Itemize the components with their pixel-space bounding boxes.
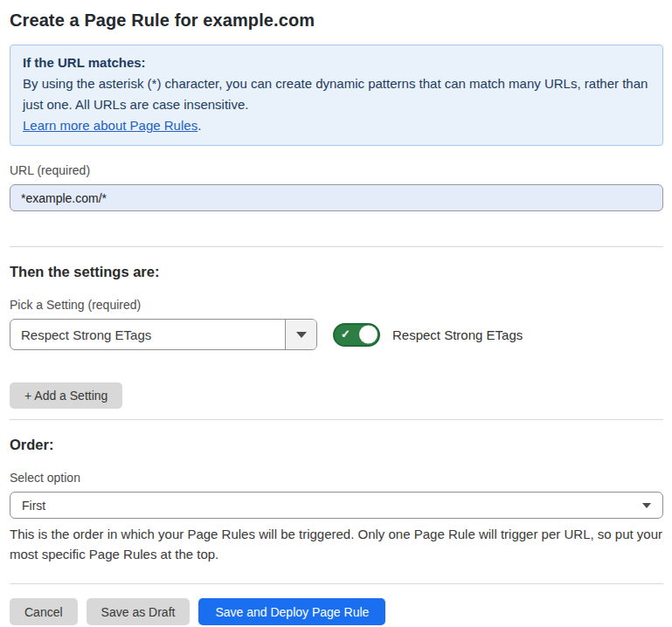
pick-setting-label: Pick a Setting (required): [10, 298, 663, 312]
save-deploy-button[interactable]: Save and Deploy Page Rule: [198, 598, 385, 625]
order-section-heading: Order:: [10, 437, 663, 453]
divider: [10, 583, 663, 584]
setting-row: Respect Strong ETags ✓ Respect Strong ET…: [10, 319, 663, 350]
cancel-button[interactable]: Cancel: [10, 598, 78, 625]
info-box-body: By using the asterisk (*) character, you…: [23, 73, 650, 115]
setting-select-caret-button[interactable]: [285, 320, 316, 349]
order-select-label: Select option: [10, 471, 663, 485]
setting-select[interactable]: Respect Strong ETags: [10, 319, 317, 350]
url-field-label: URL (required): [10, 163, 663, 177]
add-setting-button[interactable]: + Add a Setting: [10, 382, 122, 409]
toggle-knob: [359, 326, 378, 344]
learn-more-link[interactable]: Learn more about Page Rules: [23, 118, 197, 133]
order-help-text: This is the order in which your Page Rul…: [10, 524, 663, 564]
chevron-down-icon: [296, 332, 307, 338]
info-box-heading: If the URL matches:: [23, 52, 650, 73]
url-input[interactable]: [10, 184, 663, 211]
order-select[interactable]: First: [10, 492, 663, 519]
toggle-label: Respect Strong ETags: [392, 327, 523, 342]
divider: [10, 419, 663, 420]
page-title: Create a Page Rule for example.com: [10, 10, 663, 31]
footer-actions: Cancel Save as Draft Save and Deploy Pag…: [10, 598, 663, 625]
respect-strong-etags-toggle[interactable]: ✓: [333, 323, 380, 347]
page-rule-form: Create a Page Rule for example.com If th…: [0, 0, 672, 625]
check-icon: ✓: [341, 328, 350, 340]
order-select-value: First: [22, 499, 45, 513]
link-suffix: .: [197, 118, 201, 133]
setting-select-value: Respect Strong ETags: [10, 320, 285, 349]
info-box-link-line: Learn more about Page Rules.: [23, 115, 650, 136]
chevron-down-icon: [642, 503, 651, 508]
divider: [10, 246, 663, 247]
settings-section-heading: Then the settings are:: [10, 264, 663, 280]
save-draft-button[interactable]: Save as Draft: [87, 598, 191, 625]
url-match-info-box: If the URL matches: By using the asteris…: [10, 45, 663, 146]
